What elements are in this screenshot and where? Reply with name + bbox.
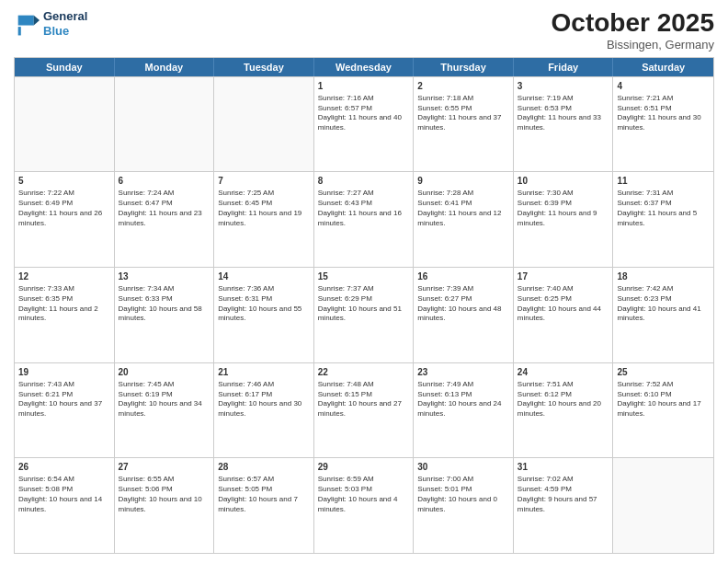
svg-marker-1 [18,15,34,25]
calendar-cell [115,77,215,172]
calendar-cell [15,77,115,172]
day-details: Sunrise: 7:42 AM Sunset: 6:23 PM Dayligh… [617,284,710,324]
calendar-cell: 5Sunrise: 7:22 AM Sunset: 6:49 PM Daylig… [15,172,115,267]
calendar-cell: 14Sunrise: 7:36 AM Sunset: 6:31 PM Dayli… [214,268,314,362]
calendar-header: SundayMondayTuesdayWednesdayThursdayFrid… [15,58,713,76]
calendar-cell: 16Sunrise: 7:39 AM Sunset: 6:27 PM Dayli… [414,268,514,362]
day-number: 30 [417,461,509,473]
calendar-cell: 21Sunrise: 7:46 AM Sunset: 6:17 PM Dayli… [214,363,314,458]
day-number: 26 [18,461,110,473]
day-number: 25 [617,366,710,378]
day-number: 9 [417,175,509,187]
day-number: 21 [218,366,310,378]
calendar-cell: 8Sunrise: 7:27 AM Sunset: 6:43 PM Daylig… [314,172,415,267]
day-details: Sunrise: 7:18 AM Sunset: 6:55 PM Dayligh… [417,94,509,133]
day-number: 8 [318,175,410,187]
calendar-day-header: Tuesday [214,58,314,76]
day-details: Sunrise: 7:34 AM Sunset: 6:33 PM Dayligh… [119,284,210,324]
day-details: Sunrise: 7:28 AM Sunset: 6:41 PM Dayligh… [417,189,509,228]
calendar-cell: 26Sunrise: 6:54 AM Sunset: 5:08 PM Dayli… [15,458,115,553]
calendar-cell: 9Sunrise: 7:28 AM Sunset: 6:41 PM Daylig… [414,172,514,267]
day-details: Sunrise: 7:52 AM Sunset: 6:10 PM Dayligh… [617,380,710,419]
calendar-cell: 1Sunrise: 7:16 AM Sunset: 6:57 PM Daylig… [314,77,415,172]
day-details: Sunrise: 7:36 AM Sunset: 6:31 PM Dayligh… [218,284,310,324]
month-title: October 2025 [552,9,714,38]
calendar-week-row: 1Sunrise: 7:16 AM Sunset: 6:57 PM Daylig… [15,76,713,172]
title-block: October 2025 Bissingen, Germany [552,9,714,52]
calendar-cell: 23Sunrise: 7:49 AM Sunset: 6:13 PM Dayli… [414,363,514,458]
calendar-cell: 2Sunrise: 7:18 AM Sunset: 6:55 PM Daylig… [414,77,514,172]
calendar: SundayMondayTuesdayWednesdayThursdayFrid… [14,57,714,554]
calendar-week-row: 26Sunrise: 6:54 AM Sunset: 5:08 PM Dayli… [15,457,713,553]
calendar-cell: 4Sunrise: 7:21 AM Sunset: 6:51 PM Daylig… [613,77,713,172]
day-number: 3 [518,80,609,92]
logo-text: General Blue [43,9,87,38]
calendar-cell: 27Sunrise: 6:55 AM Sunset: 5:06 PM Dayli… [115,458,215,553]
day-number: 6 [119,175,210,187]
calendar-cell: 17Sunrise: 7:40 AM Sunset: 6:25 PM Dayli… [514,268,614,362]
calendar-cell: 3Sunrise: 7:19 AM Sunset: 6:53 PM Daylig… [514,77,614,172]
calendar-cell: 12Sunrise: 7:33 AM Sunset: 6:35 PM Dayli… [15,268,115,362]
calendar-cell: 31Sunrise: 7:02 AM Sunset: 4:59 PM Dayli… [514,458,614,553]
day-number: 31 [518,461,609,473]
day-details: Sunrise: 7:19 AM Sunset: 6:53 PM Dayligh… [518,94,609,133]
calendar-cell: 18Sunrise: 7:42 AM Sunset: 6:23 PM Dayli… [613,268,713,362]
calendar-day-header: Monday [115,58,215,76]
day-number: 12 [18,270,110,282]
calendar-cell: 19Sunrise: 7:43 AM Sunset: 6:21 PM Dayli… [15,363,115,458]
day-number: 4 [617,80,710,92]
calendar-cell: 20Sunrise: 7:45 AM Sunset: 6:19 PM Dayli… [115,363,215,458]
day-details: Sunrise: 7:39 AM Sunset: 6:27 PM Dayligh… [417,284,509,324]
calendar-day-header: Thursday [414,58,514,76]
day-details: Sunrise: 7:24 AM Sunset: 6:47 PM Dayligh… [119,189,210,228]
day-number: 2 [417,80,509,92]
day-details: Sunrise: 7:49 AM Sunset: 6:13 PM Dayligh… [417,380,509,419]
day-details: Sunrise: 7:22 AM Sunset: 6:49 PM Dayligh… [18,189,110,228]
day-details: Sunrise: 7:45 AM Sunset: 6:19 PM Dayligh… [119,380,210,419]
svg-rect-3 [18,27,21,35]
day-details: Sunrise: 6:55 AM Sunset: 5:06 PM Dayligh… [119,475,210,514]
day-number: 17 [518,270,609,282]
calendar-cell: 10Sunrise: 7:30 AM Sunset: 6:39 PM Dayli… [514,172,614,267]
day-number: 14 [218,270,310,282]
day-number: 23 [417,366,509,378]
calendar-week-row: 19Sunrise: 7:43 AM Sunset: 6:21 PM Dayli… [15,362,713,458]
calendar-week-row: 5Sunrise: 7:22 AM Sunset: 6:49 PM Daylig… [15,171,713,267]
day-details: Sunrise: 6:57 AM Sunset: 5:05 PM Dayligh… [218,475,310,514]
calendar-cell: 6Sunrise: 7:24 AM Sunset: 6:47 PM Daylig… [115,172,215,267]
day-number: 13 [119,270,210,282]
day-details: Sunrise: 7:00 AM Sunset: 5:01 PM Dayligh… [417,475,509,514]
calendar-day-header: Sunday [15,58,115,76]
day-details: Sunrise: 6:59 AM Sunset: 5:03 PM Dayligh… [318,475,410,514]
calendar-cell: 29Sunrise: 6:59 AM Sunset: 5:03 PM Dayli… [314,458,415,553]
day-number: 1 [318,80,410,92]
logo-icon [14,11,40,37]
calendar-cell: 30Sunrise: 7:00 AM Sunset: 5:01 PM Dayli… [414,458,514,553]
page: General Blue October 2025 Bissingen, Ger… [0,0,728,563]
day-details: Sunrise: 7:27 AM Sunset: 6:43 PM Dayligh… [318,189,410,228]
calendar-body: 1Sunrise: 7:16 AM Sunset: 6:57 PM Daylig… [15,76,713,553]
day-number: 16 [417,270,509,282]
day-number: 19 [18,366,110,378]
day-details: Sunrise: 7:16 AM Sunset: 6:57 PM Dayligh… [318,94,410,133]
day-details: Sunrise: 7:31 AM Sunset: 6:37 PM Dayligh… [617,189,710,228]
calendar-cell: 25Sunrise: 7:52 AM Sunset: 6:10 PM Dayli… [613,363,713,458]
day-details: Sunrise: 7:43 AM Sunset: 6:21 PM Dayligh… [18,380,110,419]
calendar-cell: 28Sunrise: 6:57 AM Sunset: 5:05 PM Dayli… [214,458,314,553]
day-details: Sunrise: 7:25 AM Sunset: 6:45 PM Dayligh… [218,189,310,228]
day-details: Sunrise: 7:21 AM Sunset: 6:51 PM Dayligh… [617,94,710,133]
calendar-cell [214,77,314,172]
calendar-day-header: Saturday [613,58,713,76]
day-number: 29 [318,461,410,473]
day-number: 5 [18,175,110,187]
day-number: 22 [318,366,410,378]
day-details: Sunrise: 7:02 AM Sunset: 4:59 PM Dayligh… [518,475,609,514]
day-number: 7 [218,175,310,187]
day-number: 28 [218,461,310,473]
day-number: 15 [318,270,410,282]
calendar-day-header: Friday [514,58,614,76]
day-number: 10 [518,175,609,187]
day-details: Sunrise: 7:40 AM Sunset: 6:25 PM Dayligh… [518,284,609,324]
calendar-cell: 15Sunrise: 7:37 AM Sunset: 6:29 PM Dayli… [314,268,415,362]
calendar-cell: 24Sunrise: 7:51 AM Sunset: 6:12 PM Dayli… [514,363,614,458]
